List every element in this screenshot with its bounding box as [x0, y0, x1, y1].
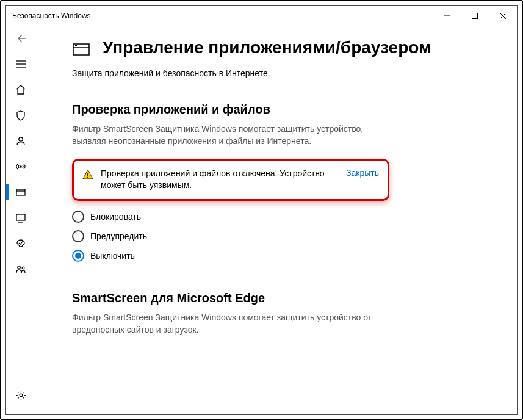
svg-point-16 — [20, 394, 23, 397]
nav-app-browser-control[interactable] — [6, 179, 35, 205]
back-button[interactable] — [6, 26, 35, 51]
sidebar — [6, 26, 35, 414]
svg-point-14 — [18, 266, 20, 269]
maximize-button[interactable] — [461, 6, 489, 26]
svg-point-15 — [22, 267, 24, 269]
dismiss-link[interactable]: Закрыть — [346, 168, 379, 178]
content: Управление приложениями/браузером Защита… — [35, 26, 517, 414]
radio-label: Блокировать — [90, 212, 141, 222]
section-desc: Фильтр SmartScreen Защитника Windows пом… — [72, 123, 389, 148]
warning-text: Проверка приложений и файлов отключена. … — [101, 168, 334, 192]
svg-rect-10 — [16, 189, 25, 195]
nav-family-options[interactable] — [6, 256, 35, 282]
svg-point-9 — [20, 166, 21, 167]
radio-group: Блокировать Предупредить Выключить — [72, 211, 389, 262]
nav-device-security[interactable] — [6, 205, 35, 231]
warning-icon — [82, 169, 93, 180]
svg-point-22 — [87, 176, 88, 178]
section-desc: Фильтр SmartScreen Защитника Windows пом… — [72, 311, 389, 336]
section-smartscreen-edge: SmartScreen для Microsoft Edge Фильтр Sm… — [72, 291, 389, 336]
radio-warn[interactable]: Предупредить — [72, 230, 389, 242]
svg-rect-1 — [472, 13, 478, 19]
minimize-button[interactable] — [433, 6, 461, 26]
page-title: Управление приложениями/браузером — [103, 37, 431, 58]
page-subtitle: Защита приложений и безопасность в Интер… — [72, 68, 492, 78]
menu-button[interactable] — [6, 51, 35, 77]
nav-home[interactable] — [6, 77, 35, 103]
radio-block[interactable]: Блокировать — [72, 211, 389, 223]
section-title: SmartScreen для Microsoft Edge — [72, 291, 389, 305]
window-controls — [433, 6, 517, 26]
settings-button[interactable] — [6, 382, 35, 408]
svg-rect-12 — [16, 214, 25, 220]
window: Безопасность Windows — [5, 5, 518, 415]
nav-virus-protection[interactable] — [6, 103, 35, 128]
svg-point-8 — [19, 137, 23, 141]
nav-firewall[interactable] — [6, 154, 35, 179]
section-app-file-check: Проверка приложений и файлов Фильтр Smar… — [72, 103, 389, 262]
warning-box: Проверка приложений и файлов отключена. … — [72, 159, 389, 201]
close-button[interactable] — [489, 6, 517, 26]
section-title: Проверка приложений и файлов — [72, 103, 389, 117]
page-icon — [72, 40, 92, 60]
titlebar: Безопасность Windows — [6, 6, 517, 26]
window-title: Безопасность Windows — [12, 12, 433, 20]
nav-device-performance[interactable] — [6, 231, 35, 256]
radio-label: Предупредить — [90, 231, 147, 241]
svg-rect-19 — [75, 45, 77, 46]
radio-off[interactable]: Выключить — [72, 250, 389, 262]
radio-label: Выключить — [90, 251, 135, 261]
nav-account-protection[interactable] — [6, 128, 35, 154]
